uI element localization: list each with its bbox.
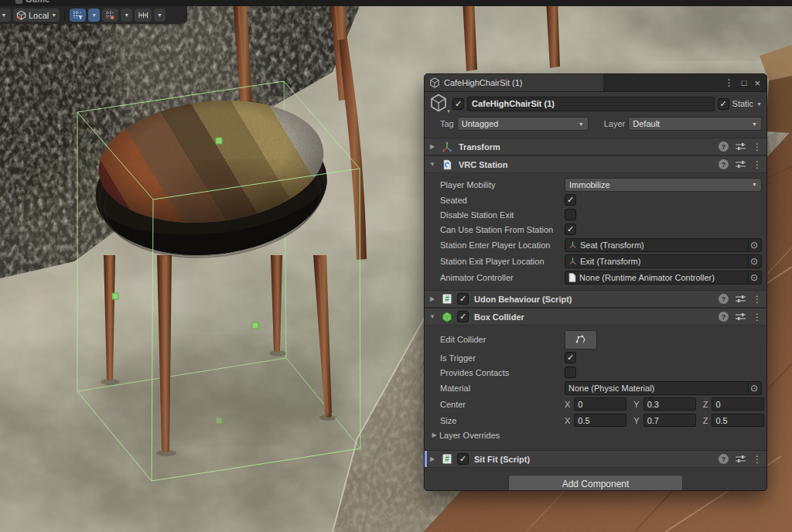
active-checkbox[interactable] (452, 98, 464, 110)
grid-axis-icon: Y (73, 10, 83, 20)
center-x-field[interactable]: 0 (574, 397, 626, 411)
grid-snap-dropdown[interactable]: ▼ (121, 9, 132, 22)
component-header-sit-fit[interactable]: ▶ # Sit Fit (Script) ? ⋮ (425, 450, 766, 468)
center-z-field[interactable]: 0 (712, 397, 764, 411)
field-size: Size X0.5 Y0.7 Z0.5 (429, 412, 762, 428)
script-icon: # (441, 453, 453, 466)
chevron-down-icon: ▼ (91, 12, 97, 18)
tag-label: Tag (429, 119, 454, 128)
size-y-field[interactable]: 0.7 (644, 414, 696, 427)
axis-z-label: Z (703, 416, 708, 425)
grid-snap-toggle[interactable] (102, 9, 118, 22)
handle-orientation-button[interactable]: Local ▼ (13, 9, 60, 22)
layer-overrides-foldout[interactable]: ▶ Layer Overrides (429, 428, 762, 442)
gameobject-name-field[interactable]: CafeHighChairSit (1) (467, 97, 715, 111)
presets-icon[interactable] (736, 312, 746, 321)
box-collider-enabled-checkbox[interactable] (457, 311, 469, 322)
foldout-open-icon[interactable]: ▼ (428, 313, 437, 320)
material-object-field[interactable]: None (Physic Material) ⊙ (565, 381, 762, 395)
tag-dropdown[interactable]: Untagged▼ (457, 117, 589, 131)
sit-fit-enabled-checkbox[interactable] (457, 453, 469, 465)
layer-dropdown[interactable]: Default▼ (628, 117, 762, 131)
kebab-menu-icon[interactable]: ⋮ (753, 312, 762, 322)
presets-icon[interactable] (736, 455, 746, 463)
handle-orientation-label: Local (29, 11, 49, 20)
chevron-down-icon: ▼ (51, 12, 56, 18)
field-station-exit: Station Exit Player Location Exit (Trans… (429, 253, 762, 269)
animator-controller-object-field[interactable]: None (Runtime Animator Controller) ⊙ (565, 271, 762, 285)
inspector-titlebar[interactable]: CafeHighChairSit (1) ⋮ □ × (425, 74, 766, 92)
window-maximize-icon[interactable]: □ (742, 78, 747, 87)
size-x-field[interactable]: 0.5 (574, 414, 626, 427)
component-header-udon-behaviour[interactable]: ▶ # Udon Behaviour (Script) ? ⋮ (425, 290, 766, 308)
kebab-menu-icon[interactable]: ⋮ (753, 454, 762, 465)
tag-layer-bar: Tag Untagged▼ Layer Default▼ (425, 115, 766, 134)
axis-x-label: X (565, 416, 570, 425)
grid-visibility-dropdown[interactable]: ▼ (88, 9, 100, 22)
center-y-field[interactable]: 0.3 (644, 397, 696, 411)
station-enter-object-field[interactable]: Seat (Transform) ⊙ (565, 238, 762, 252)
static-checkbox[interactable] (718, 98, 729, 110)
add-component-button[interactable]: Add Component (508, 475, 683, 491)
provides-contacts-checkbox[interactable] (565, 367, 576, 378)
kebab-menu-icon[interactable]: ⋮ (753, 142, 762, 152)
foldout-closed-icon: ▶ (429, 431, 439, 438)
inspector-tab[interactable]: CafeHighChairSit (1) (425, 74, 604, 91)
box-collider-body: Edit Collider Is Trigger Provides Contac… (425, 326, 766, 446)
kebab-menu-icon[interactable]: ⋮ (753, 159, 762, 170)
edit-collider-button[interactable] (565, 330, 597, 350)
object-picker-icon[interactable]: ⊙ (748, 256, 760, 267)
presets-icon[interactable] (736, 295, 746, 303)
player-mobility-dropdown[interactable]: Immobilize▼ (565, 178, 762, 192)
disable-station-exit-checkbox[interactable] (565, 209, 576, 220)
snap-increment-dropdown[interactable]: ▼ (154, 9, 166, 22)
help-icon[interactable]: ? (719, 312, 729, 322)
help-icon[interactable]: ? (719, 142, 729, 152)
foldout-closed-icon[interactable]: ▶ (428, 295, 437, 302)
grid-visibility-toggle[interactable]: Y (70, 9, 86, 22)
vrc-station-body: Player Mobility Immobilize▼ Seated Disab… (425, 173, 766, 290)
game-tab[interactable]: Game (15, 0, 50, 4)
presets-icon[interactable] (736, 142, 746, 151)
kebab-menu-icon[interactable]: ⋮ (753, 294, 762, 305)
foldout-open-icon[interactable]: ▼ (428, 161, 437, 168)
foldout-closed-icon[interactable]: ▶ (428, 455, 437, 462)
chevron-down-icon: ▼ (446, 109, 451, 114)
window-menu-icon[interactable]: ⋮ (725, 77, 734, 88)
object-picker-icon[interactable]: ⊙ (748, 383, 760, 394)
axis-y-label: Y (633, 400, 639, 409)
inspector-footer: Add Component (425, 468, 766, 491)
axis-z-label: Z (703, 400, 708, 409)
script-icon: # (441, 293, 453, 305)
help-icon[interactable]: ? (719, 454, 729, 464)
snap-increment-button[interactable] (135, 9, 152, 22)
presets-icon[interactable] (736, 160, 746, 169)
transform-icon (568, 240, 577, 249)
help-icon[interactable]: ? (719, 294, 729, 304)
size-z-field[interactable]: 0.5 (712, 414, 764, 427)
is-trigger-checkbox[interactable] (565, 352, 576, 363)
window-close-icon[interactable]: × (754, 77, 760, 89)
udon-enabled-checkbox[interactable] (457, 293, 469, 305)
object-picker-icon[interactable]: ⊙ (748, 272, 760, 283)
help-icon[interactable]: ? (719, 159, 729, 169)
gameobject-cube-icon[interactable]: ▼ (429, 94, 449, 114)
clipped-toolbar-button[interactable]: ▼ (0, 9, 11, 22)
seated-checkbox[interactable] (565, 194, 576, 206)
transform-icon (441, 141, 453, 153)
foldout-closed-icon[interactable]: ▶ (428, 143, 437, 150)
axis-y-label: Y (633, 416, 639, 425)
field-center: Center X0 Y0.3 Z0 (429, 396, 762, 412)
station-exit-object-field[interactable]: Exit (Transform) ⊙ (565, 254, 762, 268)
component-header-vrc-station[interactable]: ▼ VRC Station ? ⋮ (425, 155, 766, 173)
scene-toolbar: ▼ Local ▼ Y ▼ ▼ (0, 6, 187, 24)
static-label: Static (732, 99, 754, 108)
svg-text:#: # (445, 295, 449, 303)
gameobject-header: ▼ CafeHighChairSit (1) Static ▼ (425, 92, 766, 115)
static-dropdown-icon[interactable]: ▼ (756, 101, 762, 107)
can-use-station-checkbox[interactable] (565, 223, 576, 235)
component-header-transform[interactable]: ▶ Transform ? ⋮ (425, 138, 766, 155)
unity-editor: { "tab_bar": { "clipped_tab": "Game" }, … (0, 0, 792, 532)
component-header-box-collider[interactable]: ▼ Box Collider ? ⋮ (425, 308, 766, 326)
object-picker-icon[interactable]: ⊙ (748, 240, 760, 251)
